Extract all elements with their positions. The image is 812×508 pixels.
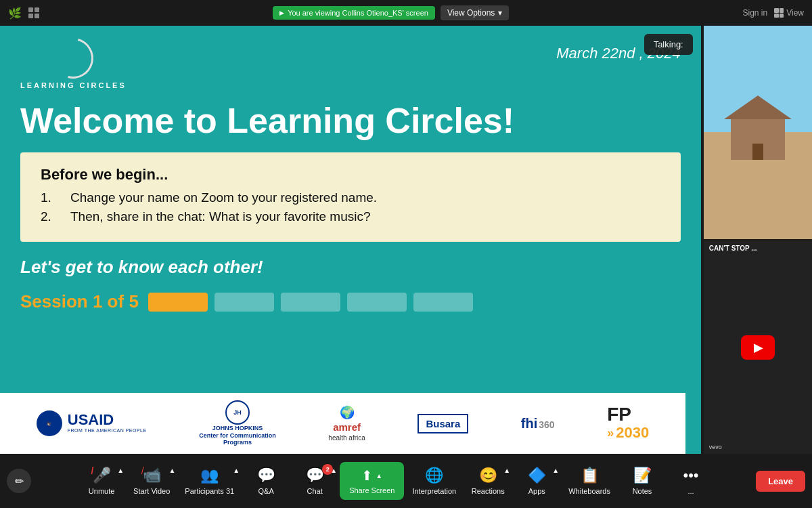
- logo-text: LEARNING CIRCLES: [20, 81, 127, 89]
- sponsor-bar: 🦅 USAID FROM THE AMERICAN PEOPLE JH JOHN…: [0, 393, 685, 454]
- qa-icon: 💬: [257, 467, 275, 484]
- usaid-text: USAID FROM THE AMERICAN PEOPLE: [68, 412, 147, 433]
- notes-icon: 📝: [633, 467, 652, 484]
- sign-in-button[interactable]: Sign in: [743, 8, 768, 18]
- share-caret-icon: ▲: [376, 472, 382, 480]
- fp-chevron-icon: »: [607, 426, 614, 440]
- top-bar-center: You are viewing Collins Otieno_KS' scree…: [273, 5, 509, 20]
- participants-label: Participants 31: [185, 487, 234, 495]
- view-options-button[interactable]: View Options: [441, 5, 509, 20]
- fhi-num: 360: [539, 419, 554, 430]
- session-bar-1: [148, 293, 208, 312]
- reactions-button[interactable]: 😊 ▲ Reactions: [464, 463, 512, 499]
- participants-caret-icon: ▲: [233, 467, 240, 474]
- apps-grid-icon: [28, 7, 39, 18]
- microphone-icon: 🎤 /: [93, 467, 111, 484]
- grid-icon: [774, 8, 784, 18]
- share-screen-icon: ⬆: [361, 467, 373, 484]
- list-item: Then, share in the chat: What is your fa…: [41, 209, 660, 224]
- whiteboards-label: Whiteboards: [568, 487, 610, 495]
- participant-thumb-house: [704, 26, 812, 239]
- reactions-icon: 😊: [479, 467, 497, 484]
- interpretation-label: Interpretation: [412, 487, 456, 495]
- start-video-label: Start Video: [133, 487, 170, 495]
- edit-button[interactable]: ✏: [7, 469, 31, 493]
- slide-header: LEARNING CIRCLES March 22nd , 2024: [0, 26, 701, 96]
- edit-icon: ✏: [15, 475, 24, 488]
- house-image: [704, 26, 812, 239]
- apps-icon: 🔷: [528, 467, 546, 484]
- usaid-name: USAID: [68, 412, 147, 427]
- more-icon: •••: [683, 467, 698, 484]
- before-title: Before we begin...: [41, 166, 660, 184]
- share-screen-button[interactable]: ⬆ ▲ Share Screen: [340, 462, 404, 500]
- unmute-button[interactable]: 🎤 / ▲ Unmute: [78, 463, 125, 499]
- session-bar-2: [215, 293, 274, 312]
- apps-caret-icon: ▲: [552, 467, 559, 474]
- house-door-icon: [752, 144, 763, 160]
- zoom-logo-icon: 🌿: [8, 7, 22, 20]
- unmute-label: Unmute: [89, 487, 115, 495]
- logo-area: LEARNING CIRCLES: [20, 38, 127, 89]
- busara-logo: Busara: [418, 414, 468, 433]
- leave-button[interactable]: Leave: [756, 471, 805, 492]
- reactions-caret-icon: ▲: [503, 467, 510, 474]
- session-bar-4: [347, 293, 407, 312]
- chat-button[interactable]: 💬 ▲ 2 Chat: [291, 463, 338, 499]
- house-roof-icon: [724, 96, 792, 119]
- presentation-slide: Talking: LEARNING CIRCLES March 22nd , 2…: [0, 26, 701, 454]
- qa-button[interactable]: 💬 Q&A: [242, 463, 290, 499]
- share-screen-icon-area: ⬆ ▲: [361, 467, 382, 484]
- notes-label: Notes: [633, 487, 652, 495]
- participants-icon: 👥: [200, 467, 219, 484]
- toolbar-left: ✏: [7, 469, 37, 493]
- whiteboards-button[interactable]: 📋 Whiteboards: [562, 463, 617, 499]
- usaid-sub: FROM THE AMERICAN PEOPLE: [68, 427, 147, 433]
- more-button[interactable]: ••• ...: [667, 463, 715, 499]
- main-area: Talking: LEARNING CIRCLES March 22nd , 2…: [0, 26, 812, 454]
- usaid-logo: 🦅 USAID FROM THE AMERICAN PEOPLE: [37, 410, 147, 436]
- top-bar-right: Sign in View: [743, 8, 805, 18]
- chat-icon: 💬: [306, 467, 324, 484]
- session-row: Session 1 of 5: [0, 284, 701, 326]
- video-icon: 📹 /: [143, 467, 161, 484]
- session-bar-5: [413, 293, 473, 312]
- share-screen-label: Share Screen: [349, 486, 394, 494]
- interpretation-icon: 🌐: [425, 467, 443, 484]
- usaid-seal-icon: 🦅: [37, 410, 62, 436]
- whiteboards-icon: 📋: [581, 467, 599, 484]
- mic-slash-icon: /: [91, 465, 94, 476]
- fp2030-num: » 2030: [607, 424, 649, 442]
- toolbar-right: Leave: [756, 471, 805, 492]
- fp2030-logo: FP » 2030: [607, 405, 649, 442]
- reactions-label: Reactions: [472, 487, 505, 495]
- top-bar-left: 🌿: [8, 7, 39, 20]
- amref-logo: 🌍 amref health africa: [328, 405, 365, 442]
- before-box: Before we begin... Change your name on Z…: [20, 152, 681, 242]
- fhi360-logo: fhi 360: [521, 416, 555, 431]
- notes-button[interactable]: 📝 Notes: [618, 463, 666, 499]
- before-list: Change your name on Zoom to your registe…: [41, 190, 660, 224]
- right-panel: CAN'T STOP ... vevo: [704, 26, 812, 454]
- youtube-play-button[interactable]: [741, 335, 775, 360]
- amref-name: amref: [333, 421, 361, 433]
- view-button[interactable]: View: [774, 8, 804, 18]
- slide-title: Welcome to Learning Circles!: [0, 96, 701, 152]
- chat-label: Chat: [307, 487, 323, 495]
- apps-button[interactable]: 🔷 ▲ Apps: [513, 463, 560, 499]
- participants-button[interactable]: 👥 ▲ Participants 31: [178, 463, 241, 499]
- bottom-toolbar: ✏ 🎤 / ▲ Unmute 📹 / ▲ Start Video 👥 ▲ Par: [0, 454, 812, 508]
- fp-text: FP: [607, 405, 631, 424]
- sharing-badge: You are viewing Collins Otieno_KS' scree…: [273, 6, 435, 20]
- toolbar-center: 🎤 / ▲ Unmute 📹 / ▲ Start Video 👥 ▲ Parti…: [37, 462, 756, 500]
- session-label: Session 1 of 5: [20, 291, 139, 312]
- video-thumb: CAN'T STOP ... vevo: [704, 240, 812, 454]
- unmute-caret-icon: ▲: [117, 467, 124, 474]
- jhu-text: JOHNS HOPKINSCenter for CommunicationPro…: [199, 425, 276, 446]
- apps-label: Apps: [528, 487, 545, 495]
- start-video-button[interactable]: 📹 / ▲ Start Video: [127, 463, 177, 499]
- interpretation-button[interactable]: 🌐 Interpretation: [405, 463, 463, 499]
- top-bar: 🌿 You are viewing Collins Otieno_KS' scr…: [0, 0, 812, 26]
- list-item: Change your name on Zoom to your registe…: [41, 190, 660, 205]
- more-label: ...: [687, 487, 694, 495]
